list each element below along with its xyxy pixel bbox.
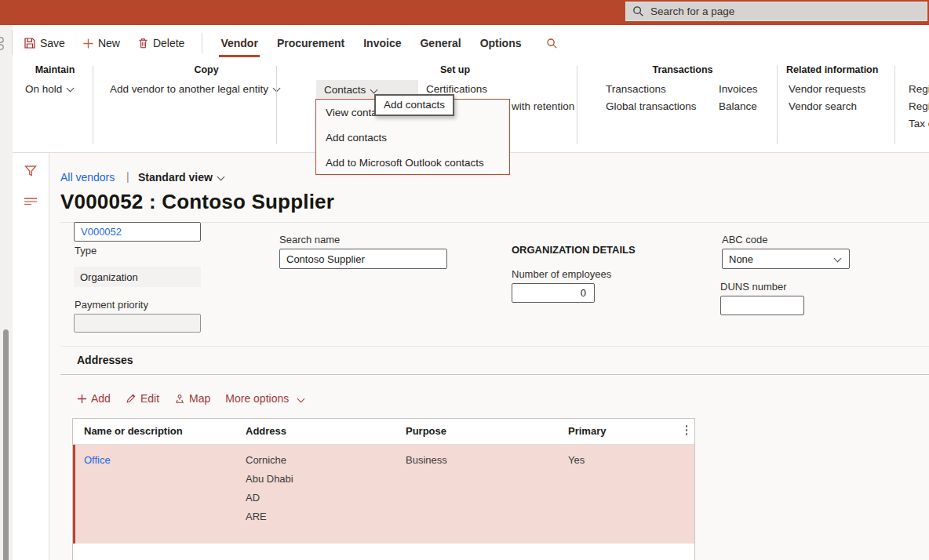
group-title-setup: Set up (392, 64, 518, 75)
add-icon (77, 394, 87, 404)
clipped-button-1[interactable]: Regi (909, 83, 929, 95)
global-transactions-button[interactable]: Global transactions (606, 100, 697, 112)
payment-priority-label: Payment priority (75, 299, 148, 311)
address-row-selected[interactable]: Office Corniche Abu Dhabi AD ARE Busines… (73, 445, 694, 544)
balance-button[interactable]: Balance (719, 100, 757, 112)
number-of-employees-input[interactable] (512, 283, 595, 303)
transactions-button[interactable]: Transactions (606, 83, 666, 95)
tab-options[interactable]: Options (479, 35, 523, 51)
group-divider (276, 66, 277, 144)
toolbar-divider (202, 33, 202, 53)
column-header-primary[interactable]: Primary (568, 425, 606, 437)
delete-button[interactable]: Delete (137, 37, 184, 49)
action-pane: Save New Delete Vendor Procurement Invoi… (24, 30, 558, 56)
tab-vendor[interactable]: Vendor (220, 35, 258, 51)
grid-header-row: Name or description Address Purpose Prim… (73, 419, 694, 445)
vendor-search-button[interactable]: Vendor search (789, 100, 857, 112)
addresses-section-title: Addresses (77, 354, 133, 366)
page-search-box[interactable] (625, 2, 927, 21)
search-name-input[interactable] (279, 249, 447, 269)
addresses-header-border (60, 374, 929, 375)
column-header-purpose[interactable]: Purpose (406, 425, 446, 437)
group-divider (777, 66, 778, 144)
delete-label: Delete (153, 37, 184, 49)
payment-priority-field-disabled (74, 314, 201, 333)
address-lines: Corniche Abu Dhabi AD ARE (246, 451, 293, 526)
page-title: V000052 : Contoso Supplier (60, 190, 334, 214)
column-header-name[interactable]: Name or description (84, 425, 183, 437)
duns-number-input[interactable] (720, 296, 804, 315)
tooltip: Add contacts (374, 94, 454, 116)
group-divider (577, 66, 577, 144)
address-primary: Yes (568, 451, 585, 470)
search-name-label: Search name (279, 234, 340, 245)
chevron-down-icon (370, 85, 378, 93)
addresses-top-border (60, 346, 929, 347)
type-label: Type (75, 245, 97, 256)
new-label: New (98, 37, 120, 49)
add-address-button[interactable]: Add (77, 392, 111, 405)
group-title-transactions: Transactions (604, 64, 761, 75)
clipped-button-2[interactable]: Regi (909, 100, 929, 112)
number-of-employees-label: Number of employees (512, 268, 611, 280)
map-button[interactable]: Map (174, 392, 210, 405)
duns-number-label: DUNS number (720, 281, 787, 293)
edit-address-button[interactable]: Edit (126, 392, 159, 405)
vendor-account-input[interactable] (74, 222, 201, 242)
more-options-button[interactable]: More options (225, 392, 304, 405)
top-navigation-bar (0, 0, 929, 25)
edge-divider (12, 30, 13, 55)
retention-button-clipped[interactable]: with retention (512, 100, 574, 112)
organization-details-header: ORGANIZATION DETAILS (512, 244, 636, 256)
menu-item-add-contacts[interactable]: Add contacts (316, 125, 509, 150)
view-selector[interactable]: Standard view (138, 171, 224, 184)
grid-options-kebab-icon[interactable] (686, 425, 688, 435)
search-icon (632, 5, 644, 17)
group-title-copy: Copy (110, 64, 303, 75)
pin-icon-clipped[interactable] (0, 36, 7, 52)
group-divider (93, 66, 93, 144)
group-title-maintain: Maintain (24, 64, 86, 75)
left-rail (0, 25, 13, 560)
on-hold-button[interactable]: On hold (25, 83, 73, 95)
chevron-down-icon (834, 255, 842, 263)
vendor-requests-button[interactable]: Vendor requests (789, 83, 865, 95)
abc-code-label: ABC code (722, 234, 768, 245)
certifications-button[interactable]: Certifications (426, 83, 487, 95)
new-button[interactable]: New (82, 37, 120, 49)
invoices-button[interactable]: Invoices (719, 83, 758, 95)
save-button[interactable]: Save (24, 37, 65, 49)
tab-invoice[interactable]: Invoice (362, 35, 402, 51)
type-readonly-field: Organization (74, 267, 201, 287)
page-search-input[interactable] (649, 5, 887, 18)
chevron-down-icon (217, 173, 224, 181)
column-header-address[interactable]: Address (246, 425, 286, 437)
vertical-scrollbar-thumb[interactable] (3, 329, 9, 560)
add-icon (82, 38, 94, 49)
group-divider (894, 66, 895, 144)
filter-funnel-icon[interactable] (23, 163, 38, 179)
tab-general[interactable]: General (419, 35, 461, 51)
menu-item-add-outlook-contacts[interactable]: Add to Microsoft Outlook contacts (316, 150, 509, 175)
add-vendor-legal-entity-button[interactable]: Add vendor to another legal entity (110, 83, 279, 95)
addresses-toolbar: Add Edit Map More options (77, 389, 304, 408)
tab-procurement[interactable]: Procurement (276, 35, 345, 51)
address-name-link[interactable]: Office (84, 451, 111, 470)
filter-pane-collapsed (13, 153, 49, 560)
breadcrumb-separator: | (126, 170, 129, 183)
task-list-icon[interactable] (23, 193, 38, 209)
find-icon[interactable] (546, 38, 558, 49)
save-label: Save (40, 37, 65, 49)
group-title-related-information: Related information (786, 64, 896, 75)
app-window: Save New Delete Vendor Procurement Invoi… (0, 0, 929, 560)
addresses-grid: Name or description Address Purpose Prim… (72, 418, 695, 560)
breadcrumb-all-vendors-link[interactable]: All vendors (60, 171, 115, 184)
map-pin-icon (174, 393, 185, 404)
pencil-icon (126, 393, 137, 404)
chevron-down-icon (297, 395, 305, 402)
save-icon (24, 37, 36, 49)
clipped-button-3[interactable]: Tax e (909, 118, 929, 129)
abc-code-value: None (729, 253, 753, 265)
delete-icon (137, 37, 149, 49)
abc-code-select[interactable]: None (722, 249, 850, 269)
